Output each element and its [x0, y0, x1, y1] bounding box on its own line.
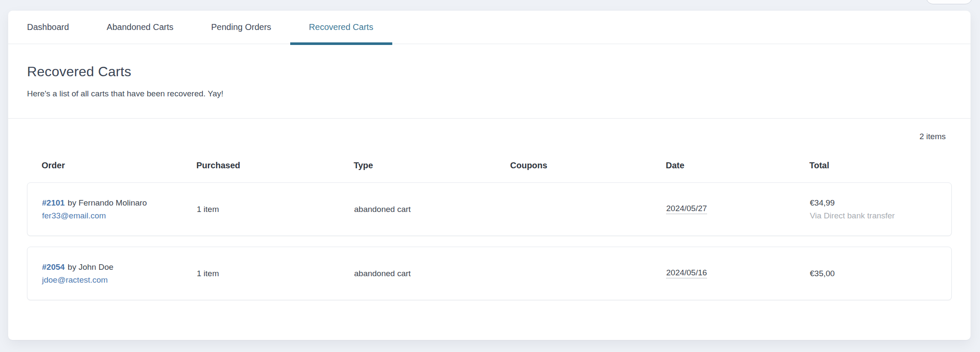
column-header-total: Total: [809, 161, 952, 170]
customer-email-link[interactable]: fer33@email.com: [42, 212, 106, 220]
total-cell: €34,99 Via Direct bank transfer: [810, 183, 951, 236]
order-customer: by John Doe: [68, 263, 114, 271]
column-header-date: Date: [666, 161, 809, 170]
order-line: #2101 by Fernando Molinaro: [42, 199, 147, 207]
tab-recovered-carts[interactable]: Recovered Carts: [290, 11, 392, 44]
column-header-purchased: Purchased: [196, 161, 354, 170]
type-cell: abandoned cart: [354, 247, 511, 300]
date-value: 2024/05/16: [666, 268, 707, 278]
order-cell: #2101 by Fernando Molinaro fer33@email.c…: [42, 183, 197, 236]
recovered-carts-table: 2 items Order Purchased Type Coupons Dat…: [8, 119, 971, 300]
payment-method: Via Direct bank transfer: [810, 212, 895, 220]
main-card: Dashboard Abandoned Carts Pending Orders…: [8, 11, 971, 340]
order-line: #2054 by John Doe: [42, 263, 114, 271]
order-cell: #2054 by John Doe jdoe@ractest.com: [42, 247, 197, 300]
type-value: abandoned cart: [354, 269, 411, 278]
type-value: abandoned cart: [354, 205, 411, 214]
type-cell: abandoned cart: [354, 183, 511, 236]
column-header-coupons: Coupons: [510, 161, 666, 170]
date-cell: 2024/05/27: [666, 183, 810, 236]
column-header-type: Type: [354, 161, 510, 170]
tab-abandoned-carts[interactable]: Abandoned Carts: [88, 11, 192, 44]
total-value: €35,00: [810, 269, 835, 278]
coupons-cell: [511, 183, 666, 236]
table-header-row: Order Purchased Type Coupons Date Total: [27, 161, 952, 170]
tab-dashboard[interactable]: Dashboard: [8, 11, 88, 44]
order-link[interactable]: #2054: [42, 263, 65, 271]
date-cell: 2024/05/16: [666, 247, 810, 300]
date-value: 2024/05/27: [666, 204, 707, 214]
total-value: €34,99: [810, 199, 835, 207]
page-header: Recovered Carts Here's a list of all car…: [8, 44, 971, 119]
partial-top-button[interactable]: [926, 0, 972, 4]
table-row: #2054 by John Doe jdoe@ractest.com 1 ite…: [27, 247, 952, 300]
total-cell: €35,00: [810, 247, 951, 300]
customer-email-link[interactable]: jdoe@ractest.com: [42, 276, 108, 284]
column-header-order: Order: [42, 161, 196, 170]
page-description: Here's a list of all carts that have bee…: [27, 89, 952, 98]
purchased-cell: 1 item: [197, 247, 354, 300]
coupons-cell: [511, 247, 666, 300]
order-link[interactable]: #2101: [42, 199, 65, 207]
page-title: Recovered Carts: [27, 64, 952, 80]
items-count: 2 items: [27, 132, 946, 140]
tab-bar: Dashboard Abandoned Carts Pending Orders…: [8, 11, 971, 44]
purchased-value: 1 item: [197, 269, 219, 278]
table-row: #2101 by Fernando Molinaro fer33@email.c…: [27, 182, 952, 236]
order-customer: by Fernando Molinaro: [68, 199, 147, 207]
tab-pending-orders[interactable]: Pending Orders: [192, 11, 290, 44]
purchased-cell: 1 item: [197, 183, 354, 236]
purchased-value: 1 item: [197, 205, 219, 214]
